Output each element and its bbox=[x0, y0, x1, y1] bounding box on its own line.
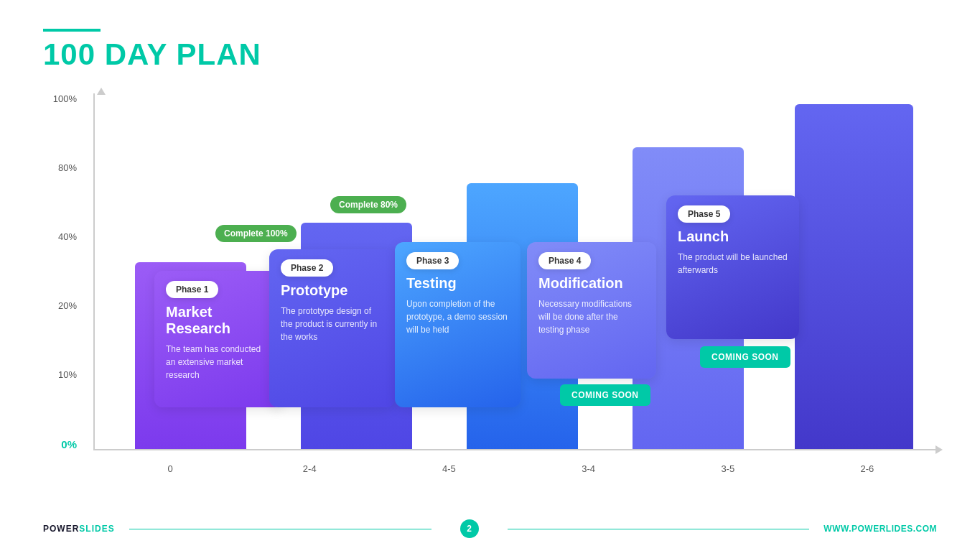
phase-4-desc: Necessary modifications will be done aft… bbox=[538, 297, 645, 336]
x-label-24: 2-4 bbox=[240, 450, 379, 486]
phase-1-badge: Phase 1 bbox=[166, 281, 218, 298]
phase-2-title: Prototype bbox=[281, 282, 383, 299]
phase-5-desc: The product will be launched afterwards bbox=[678, 251, 788, 277]
x-label-26: 2-6 bbox=[798, 450, 937, 486]
y-label-10: 10% bbox=[43, 369, 83, 380]
page-title: 100 DAY PLAN bbox=[43, 37, 261, 72]
title-black: 100 DAY bbox=[43, 37, 167, 71]
phase-5-card: Phase 5 Launch The product will be launc… bbox=[666, 195, 799, 339]
footer-brand-accent: SLIDES bbox=[79, 524, 114, 534]
y-label-40: 40% bbox=[43, 231, 83, 242]
phase-2-complete-badge: Complete 80% bbox=[330, 196, 406, 213]
chart-body: Phase 1 Market Research The team has con… bbox=[86, 93, 937, 450]
phase-1-complete-badge: Complete 100% bbox=[215, 225, 297, 242]
phase-3-card: Phase 3 Testing Upon completion of the p… bbox=[395, 242, 521, 407]
bar-5 bbox=[795, 104, 913, 449]
phase-3-badge: Phase 3 bbox=[406, 252, 459, 269]
footer-line-left bbox=[129, 529, 431, 529]
header-accent-line bbox=[43, 29, 101, 32]
phase-5-title: Launch bbox=[678, 228, 788, 245]
phase-3-desc: Upon completion of the prototype, a demo… bbox=[406, 297, 509, 336]
phase-1-card: Phase 1 Market Research The team has con… bbox=[154, 271, 284, 407]
chart-area: 100% 80% 40% 20% 10% 0% bbox=[43, 93, 937, 486]
phase-4-title: Modification bbox=[538, 275, 645, 292]
footer: POWERSLIDES 2 WWW.POWERLIDES.COM bbox=[0, 519, 980, 538]
footer-website: WWW.POWERLIDES.COM bbox=[823, 524, 937, 534]
x-label-35: 3-5 bbox=[658, 450, 798, 486]
x-label-45: 4-5 bbox=[379, 450, 518, 486]
y-label-80: 80% bbox=[43, 162, 83, 173]
phase-1-desc: The team has conducted an extensive mark… bbox=[166, 343, 272, 381]
phase-1-title: Market Research bbox=[166, 304, 272, 337]
header: 100 DAY PLAN bbox=[43, 29, 261, 72]
title-accent: PLAN bbox=[176, 37, 261, 71]
y-label-20: 20% bbox=[43, 300, 83, 311]
phase-5-badge: Phase 5 bbox=[678, 205, 730, 223]
y-label-0: 0% bbox=[43, 438, 83, 450]
phase-5-coming-soon: COMING SOON bbox=[700, 346, 790, 368]
phase-2-badge: Phase 2 bbox=[281, 259, 333, 277]
footer-line-right bbox=[508, 529, 810, 529]
x-label-34: 3-4 bbox=[519, 450, 658, 486]
phase-2-card: Phase 2 Prototype The prototype design o… bbox=[269, 249, 395, 407]
y-label-100: 100% bbox=[43, 93, 83, 104]
phase-4-card: Phase 4 Modification Necessary modificat… bbox=[527, 242, 656, 379]
phase-4-coming-soon: COMING SOON bbox=[560, 384, 650, 406]
x-axis-labels: 0 2-4 4-5 3-4 3-5 2-6 bbox=[86, 450, 937, 486]
phase-4-badge: Phase 4 bbox=[538, 252, 591, 269]
phase-2-desc: The prototype design of the product is c… bbox=[281, 305, 383, 343]
x-label-0: 0 bbox=[101, 450, 240, 486]
footer-brand-left: POWERSLIDES bbox=[43, 524, 115, 534]
y-axis-labels: 100% 80% 40% 20% 10% 0% bbox=[43, 93, 83, 450]
footer-page-number: 2 bbox=[460, 519, 479, 538]
phase-3-title: Testing bbox=[406, 275, 509, 292]
